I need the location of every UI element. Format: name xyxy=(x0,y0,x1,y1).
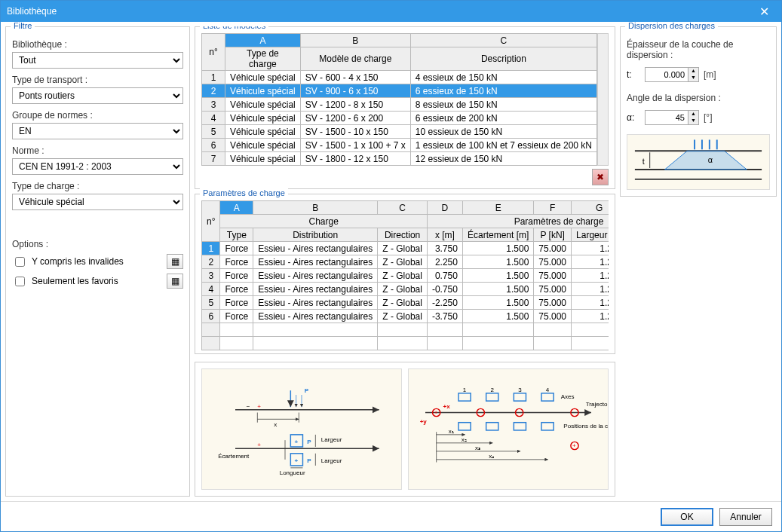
svg-rect-29 xyxy=(486,393,498,401)
window-title: Bibliothèque xyxy=(7,6,57,17)
svg-text:+x: +x xyxy=(443,403,450,410)
table-row[interactable]: 3Véhicule spécialSV - 1200 - 8 x 1508 es… xyxy=(202,98,597,112)
svg-text:1: 1 xyxy=(463,387,467,393)
svg-text:x₄: x₄ xyxy=(489,453,494,460)
params-grid[interactable]: n° A BC DE FG H Charge Paramètres de cha… xyxy=(201,200,609,350)
svg-rect-46 xyxy=(486,423,498,430)
table-row[interactable]: 4ForceEssieu - Aires rectangulairesZ - G… xyxy=(202,283,609,296)
load-diagram-left: − + P x xyxy=(201,368,402,490)
svg-text:P: P xyxy=(305,387,309,394)
load-diagram-right: 1 2 3 4 Axes Trajectoire + +x +y xyxy=(408,368,609,490)
spin-down-icon: ▼ xyxy=(688,118,698,124)
transport-combo[interactable]: Ponts routiers xyxy=(12,87,183,104)
norm-group-label: Groupe de normes : xyxy=(12,110,183,121)
only-favorites-checkbox[interactable]: Seulement les favoris xyxy=(12,274,118,289)
svg-text:t: t xyxy=(642,157,645,166)
svg-text:3: 3 xyxy=(518,387,522,393)
t-label: t: xyxy=(627,69,640,80)
a-label: α: xyxy=(627,112,640,123)
norm-group-combo[interactable]: EN xyxy=(12,123,183,139)
load-type-combo[interactable]: Véhicule spécial xyxy=(12,194,183,210)
load-type-label: Type de charge : xyxy=(12,181,183,191)
svg-text:P: P xyxy=(307,439,311,445)
table-row[interactable]: 2Véhicule spécialSV - 900 - 6 x 1506 ess… xyxy=(202,84,597,98)
svg-text:Longueur: Longueur xyxy=(280,469,305,476)
models-scrollbar[interactable] xyxy=(597,33,609,166)
filter-title: Filtre xyxy=(11,22,35,30)
angle-spinner[interactable]: ▲▼ xyxy=(645,110,699,125)
svg-text:x₂: x₂ xyxy=(462,436,467,443)
options-label: Options : xyxy=(12,239,183,249)
svg-text:Axes: Axes xyxy=(561,393,575,400)
models-grid[interactable]: n° A B C Type de charge Modèle de charge… xyxy=(201,33,597,166)
table-row[interactable]: 2ForceEssieu - Aires rectangulairesZ - G… xyxy=(202,255,609,269)
spin-up-icon: ▲ xyxy=(688,68,698,75)
table-row[interactable]: 4Véhicule spécialSV - 1200 - 6 x 2006 es… xyxy=(202,112,597,125)
svg-text:Écartement: Écartement xyxy=(218,453,250,460)
dispersion-title: Dispersion des charges xyxy=(625,22,718,30)
svg-text:x: x xyxy=(274,421,277,428)
svg-text:+: + xyxy=(294,439,298,445)
filter-icon-2[interactable]: ▦ xyxy=(167,274,183,289)
svg-marker-67 xyxy=(664,151,747,170)
svg-text:Positions
de la
charge: Positions de la charge xyxy=(563,423,608,430)
svg-text:+: + xyxy=(294,457,298,464)
svg-text:x₁: x₁ xyxy=(449,428,454,435)
svg-text:2: 2 xyxy=(491,387,495,393)
svg-text:4: 4 xyxy=(546,387,550,393)
params-title: Paramètres de charge xyxy=(200,188,288,197)
svg-text:+: + xyxy=(434,409,438,416)
table-row[interactable]: 6Véhicule spécialSV - 1500 - 1 x 100 + 7… xyxy=(202,139,597,152)
svg-text:Largeur: Largeur xyxy=(321,436,342,443)
filter-icon-1[interactable]: ▦ xyxy=(167,254,183,269)
models-title: Liste de modèles xyxy=(200,26,268,30)
library-label: Bibliothèque : xyxy=(12,39,183,50)
svg-rect-30 xyxy=(514,393,526,401)
table-row[interactable]: 7Véhicule spécialSV - 1800 - 12 x 15012 … xyxy=(202,152,597,166)
norm-combo[interactable]: CEN EN 1991-2 : 2003 xyxy=(12,158,183,175)
svg-rect-45 xyxy=(458,423,471,430)
table-row[interactable]: 3ForceEssieu - Aires rectangulairesZ - G… xyxy=(202,269,609,283)
svg-text:−: − xyxy=(247,403,250,410)
svg-text:Trajectoire: Trajectoire xyxy=(586,401,608,408)
svg-text:+: + xyxy=(257,442,261,448)
thickness-label: Épaisseur de la couche de dispersion : xyxy=(627,39,770,60)
svg-rect-28 xyxy=(458,393,471,401)
include-invalid-checkbox[interactable]: Y compris les invalides xyxy=(12,255,124,269)
title-bar: Bibliothèque ✕ xyxy=(1,1,781,22)
dispersion-diagram: t α xyxy=(627,134,770,190)
spin-up-icon: ▲ xyxy=(688,111,698,118)
spin-down-icon: ▼ xyxy=(688,75,698,81)
table-row[interactable]: 6ForceEssieu - Aires rectangulairesZ - G… xyxy=(202,310,609,323)
angle-label: Angle de la dispersion : xyxy=(627,93,770,103)
delete-model-button[interactable]: ✖ xyxy=(592,169,609,185)
svg-rect-48 xyxy=(541,423,554,430)
table-row[interactable]: 1Véhicule spécialSV - 600 - 4 x 1504 ess… xyxy=(202,71,597,84)
norm-label: Norme : xyxy=(12,145,183,156)
svg-text:Largeur: Largeur xyxy=(321,457,342,464)
library-combo[interactable]: Tout xyxy=(12,52,183,69)
svg-text:+: + xyxy=(257,403,261,410)
svg-rect-31 xyxy=(541,393,554,401)
svg-rect-47 xyxy=(514,423,526,430)
ok-button[interactable]: OK xyxy=(661,508,713,526)
table-row[interactable]: 1ForceEssieu - Aires rectangulairesZ - G… xyxy=(202,242,609,255)
svg-text:P: P xyxy=(307,457,311,464)
cancel-button[interactable]: Annuler xyxy=(719,508,772,526)
svg-text:x₃: x₃ xyxy=(475,445,480,451)
svg-text:α: α xyxy=(708,155,713,164)
close-icon[interactable]: ✕ xyxy=(753,5,775,19)
transport-label: Type de transport : xyxy=(12,75,183,85)
table-row[interactable]: 5ForceEssieu - Aires rectangulairesZ - G… xyxy=(202,296,609,310)
thickness-spinner[interactable]: ▲▼ xyxy=(645,67,699,82)
svg-text:+: + xyxy=(572,442,576,449)
table-row[interactable]: 5Véhicule spécialSV - 1500 - 10 x 15010 … xyxy=(202,125,597,139)
svg-text:+y: +y xyxy=(420,418,428,425)
